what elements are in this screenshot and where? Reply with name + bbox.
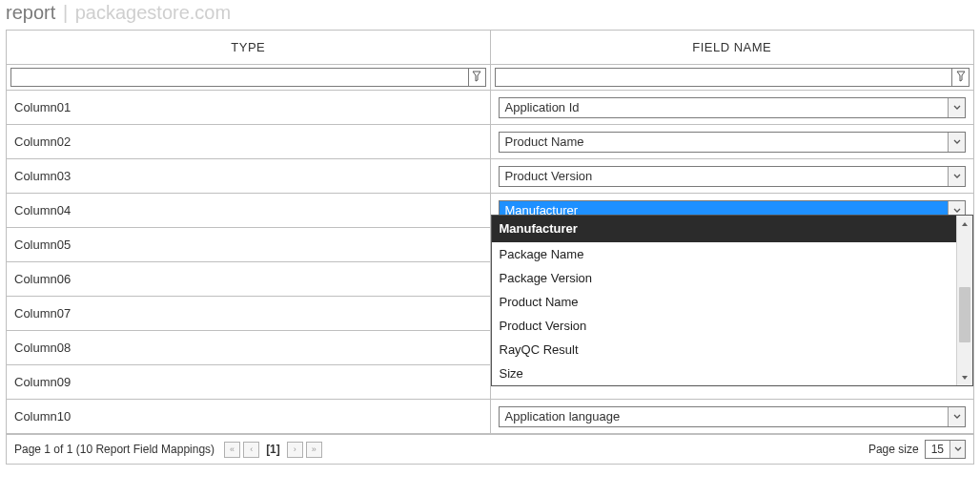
filter-input-field[interactable] <box>495 68 953 87</box>
pager-first-button[interactable]: « <box>224 442 240 458</box>
col-header-type[interactable]: TYPE <box>7 31 490 65</box>
grid-filter-row <box>7 65 973 91</box>
table-row: Column01 Application Id <box>7 91 973 125</box>
field-select[interactable]: Product Name <box>499 132 967 153</box>
chevron-down-icon <box>949 441 965 458</box>
chevron-down-icon <box>948 133 965 152</box>
field-select[interactable]: Application Id <box>499 97 967 118</box>
cell-type: Column02 <box>7 125 490 159</box>
report-grid: TYPE FIELD NAME <box>6 30 974 435</box>
pager-status: Page 1 of 1 (10 Report Field Mappings) <box>14 443 214 456</box>
chevron-down-icon <box>948 407 965 426</box>
grid-header-row: TYPE FIELD NAME <box>7 31 973 65</box>
scroll-up-icon[interactable] <box>957 216 972 232</box>
cell-type: Column04 <box>7 194 490 228</box>
pager-prev-button[interactable]: ‹ <box>243 442 259 458</box>
dropdown-option[interactable]: Manufacturer <box>492 216 957 242</box>
cell-type: Column10 <box>7 400 490 434</box>
dropdown-option[interactable]: RayQC Result <box>492 338 957 362</box>
cell-type: Column07 <box>7 297 490 331</box>
dropdown-option[interactable]: Product Version <box>492 314 957 338</box>
scroll-thumb[interactable] <box>959 287 970 342</box>
col-header-field[interactable]: FIELD NAME <box>490 31 973 65</box>
table-row: Column03 Product Version <box>7 159 973 194</box>
cell-type: Column05 <box>7 228 490 262</box>
filter-button-field[interactable] <box>952 68 970 87</box>
header-subtitle: packagestore.com <box>75 2 231 23</box>
table-row: Column10 Application language <box>7 400 973 434</box>
field-select[interactable]: Application language <box>499 406 967 427</box>
header-title: report <box>6 2 55 23</box>
scroll-down-icon[interactable] <box>957 369 972 385</box>
dropdown-list: Manufacturer Package Name Package Versio… <box>492 216 957 385</box>
cell-type: Column01 <box>7 91 490 125</box>
field-select[interactable]: Product Version <box>499 166 967 187</box>
filter-icon <box>472 71 481 85</box>
cell-type: Column09 <box>7 365 490 400</box>
filter-icon <box>956 71 966 85</box>
dropdown-option[interactable]: Package Name <box>492 242 957 266</box>
header-separator: | <box>63 2 68 23</box>
filter-button-type[interactable] <box>469 68 486 87</box>
table-row: Column04 Manufacturer <box>7 194 973 228</box>
field-select-dropdown[interactable]: Manufacturer Package Name Package Versio… <box>491 215 974 386</box>
page-size-label: Page size <box>868 443 919 456</box>
cell-type: Column06 <box>7 262 490 297</box>
field-select-value: Product Version <box>500 167 949 186</box>
pager-last-button[interactable]: » <box>306 442 322 458</box>
page-header: report | packagestore.com <box>0 0 980 30</box>
grid-footer: Page 1 of 1 (10 Report Field Mappings) «… <box>6 435 974 465</box>
cell-type: Column03 <box>7 159 490 194</box>
page-size-select[interactable]: 15 <box>925 440 966 459</box>
dropdown-option[interactable]: Package Version <box>492 266 957 290</box>
dropdown-scrollbar[interactable] <box>956 216 972 385</box>
chevron-down-icon <box>948 167 965 186</box>
cell-type: Column08 <box>7 331 490 365</box>
pager-current-page: [1] <box>266 443 280 456</box>
table-row: Column02 Product Name <box>7 125 973 159</box>
field-select-value: Application Id <box>500 98 949 117</box>
field-select-value: Product Name <box>500 133 949 152</box>
dropdown-option[interactable]: Size <box>492 362 957 385</box>
chevron-down-icon <box>948 98 965 117</box>
filter-input-type[interactable] <box>10 68 469 87</box>
dropdown-option[interactable]: Product Name <box>492 290 957 314</box>
pager-next-button[interactable]: › <box>287 442 303 458</box>
field-select-value: Application language <box>500 407 949 426</box>
page-size-value: 15 <box>926 441 949 458</box>
